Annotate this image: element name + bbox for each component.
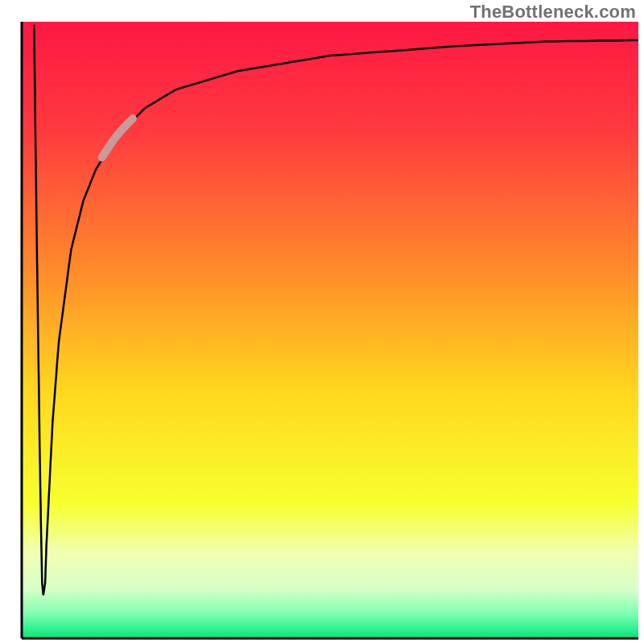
watermark-text: TheBottleneck.com bbox=[470, 2, 636, 23]
chart-container: TheBottleneck.com bbox=[0, 0, 644, 644]
bottleneck-chart bbox=[0, 0, 644, 644]
plot-background bbox=[22, 22, 638, 638]
